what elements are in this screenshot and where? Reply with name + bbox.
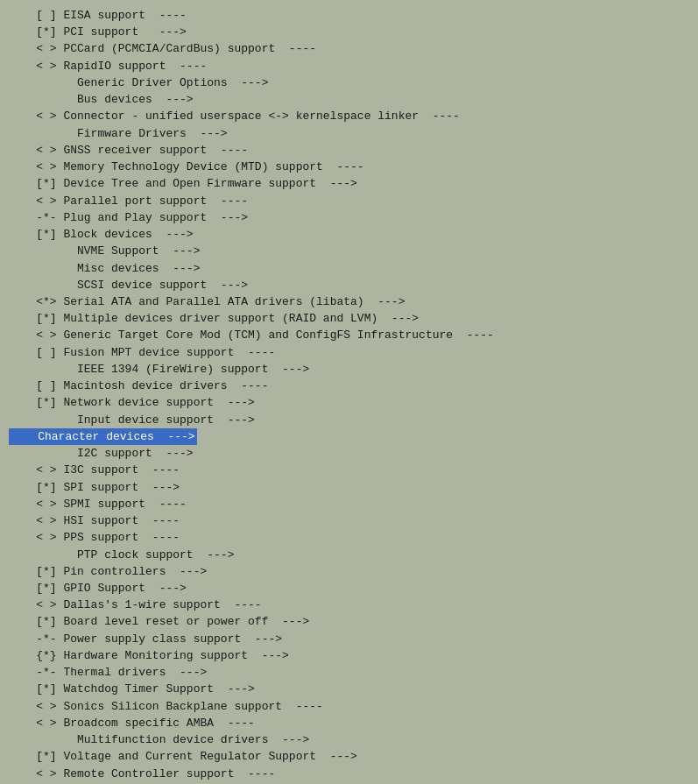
menu-item-text: [*] Multiple devices driver support (RAI… xyxy=(9,312,419,325)
menu-item-text: [*] Voltage and Current Regulator Suppor… xyxy=(9,750,357,763)
menu-item-text: [ ] EISA support ---- xyxy=(9,9,187,22)
menu-item-text: -*- Thermal drivers ---> xyxy=(9,666,207,679)
menu-item-text: < > Memory Technology Device (MTD) suppo… xyxy=(9,160,364,173)
menu-item-text: [*] Block devices ---> xyxy=(9,228,194,241)
list-item: < > Parallel port support ---- xyxy=(9,193,689,209)
menu-item-text: Multifunction device drivers ---> xyxy=(9,733,309,746)
menu-item-text: < > Broadcom specific AMBA ---- xyxy=(9,717,255,730)
list-item: NVME Support ---> xyxy=(9,243,689,259)
menu-item-text: < > Dallas's 1-wire support ---- xyxy=(9,598,262,611)
list-item: Input device support ---> xyxy=(9,412,689,428)
list-item: < > Memory Technology Device (MTD) suppo… xyxy=(9,159,689,175)
list-item: < > Dallas's 1-wire support ---- xyxy=(9,597,689,613)
list-item: [*] Board level reset or power off ---> xyxy=(9,613,689,630)
list-item: [*] Multiple devices driver support (RAI… xyxy=(9,310,689,327)
list-item: [*] Network device support ---> xyxy=(9,394,689,411)
menu-item-text: < > Sonics Silicon Backplane support ---… xyxy=(9,700,323,713)
menu-item-text: Bus devices ---> xyxy=(9,93,194,106)
menu-item-text: -*- Plug and Play support ---> xyxy=(9,211,248,224)
list-item: [ ] Fusion MPT device support ---- xyxy=(9,344,689,361)
menu-item-text: < > Parallel port support ---- xyxy=(9,194,248,208)
list-item: {*} Hardware Monitoring support ---> xyxy=(9,647,689,664)
menu-item-text: [*] Network device support ---> xyxy=(9,396,255,409)
list-item: -*- Power supply class support ---> xyxy=(9,631,689,647)
menu-item-text: < > PPS support ---- xyxy=(9,531,180,544)
menu-item-text: [*] Watchdog Timer Support ---> xyxy=(9,682,255,696)
list-item: < > I3C support ---- xyxy=(9,462,689,478)
list-item: PTP clock support ---> xyxy=(9,547,689,563)
list-item: < > HSI support ---- xyxy=(9,512,689,529)
list-item: [ ] Macintosh device drivers ---- xyxy=(9,378,689,394)
list-item: < > Remote Controller support ---- xyxy=(9,766,689,782)
menu-item-text: Generic Driver Options ---> xyxy=(9,76,268,89)
list-item: [*] PCI support ---> xyxy=(9,24,689,40)
menu-item-text: I2C support ---> xyxy=(9,447,194,460)
list-item: [*] Device Tree and Open Firmware suppor… xyxy=(9,175,689,192)
menu-item-text: < > RapidIO support ---- xyxy=(9,60,207,73)
list-item: [*] Block devices ---> xyxy=(9,226,689,243)
list-item: SCSI device support ---> xyxy=(9,277,689,293)
list-item: -*- Thermal drivers ---> xyxy=(9,664,689,681)
menu-item-text: [*] Device Tree and Open Firmware suppor… xyxy=(9,177,357,190)
list-item: [*] SPI support ---> xyxy=(9,479,689,496)
menu-item-text: < > Connector - unified userspace <-> ke… xyxy=(9,109,460,123)
list-item: Bus devices ---> xyxy=(9,91,689,108)
highlighted-menu-item[interactable]: Character devices ---> xyxy=(9,428,197,445)
menu-item-text: -*- Power supply class support ---> xyxy=(9,632,282,646)
list-item: < > GNSS receiver support ---- xyxy=(9,142,689,159)
list-item: < > PPS support ---- xyxy=(9,529,689,546)
list-item: < > Generic Target Core Mod (TCM) and Co… xyxy=(9,327,689,343)
list-item[interactable]: Character devices ---> xyxy=(9,428,689,445)
menu-item-text: [*] SPI support ---> xyxy=(9,481,180,494)
menu-item-text: [ ] Macintosh device drivers ---- xyxy=(9,379,268,392)
menu-item-text: < > GNSS receiver support ---- xyxy=(9,144,248,157)
menu-item-text: NVME Support ---> xyxy=(9,244,200,258)
menu-list: [ ] EISA support ---- [*] PCI support --… xyxy=(9,7,689,784)
menu-item-text: < > HSI support ---- xyxy=(9,514,180,527)
list-item: -*- Plug and Play support ---> xyxy=(9,209,689,226)
list-item: Multifunction device drivers ---> xyxy=(9,731,689,748)
menu-item-text: < > SPMI support ---- xyxy=(9,498,187,511)
menu-item-text: < > Generic Target Core Mod (TCM) and Co… xyxy=(9,328,494,342)
menu-item-text: [*] GPIO Support ---> xyxy=(9,582,187,595)
menu-item-text: [*] Board level reset or power off ---> xyxy=(9,615,309,628)
list-item: Misc devices ---> xyxy=(9,260,689,277)
menu-item-text: < > Remote Controller support ---- xyxy=(9,767,275,780)
menu-item-text: Misc devices ---> xyxy=(9,262,200,275)
list-item: < > RapidIO support ---- xyxy=(9,58,689,74)
list-item: IEEE 1394 (FireWire) support ---> xyxy=(9,361,689,378)
menu-item-text: [ ] Fusion MPT device support ---- xyxy=(9,346,275,359)
menu-item-text: {*} Hardware Monitoring support ---> xyxy=(9,649,289,662)
list-item: [*] GPIO Support ---> xyxy=(9,580,689,597)
list-item: Generic Driver Options ---> xyxy=(9,74,689,91)
menu-item-text: Input device support ---> xyxy=(9,413,255,427)
menu-item-text: PTP clock support ---> xyxy=(9,548,234,562)
terminal-window: [ ] EISA support ---- [*] PCI support --… xyxy=(0,0,698,784)
list-item: < > Sonics Silicon Backplane support ---… xyxy=(9,698,689,715)
list-item: < > Broadcom specific AMBA ---- xyxy=(9,715,689,731)
menu-item-text: SCSI device support ---> xyxy=(9,279,248,292)
list-item: [ ] EISA support ---- xyxy=(9,7,689,24)
list-item: <*> Serial ATA and Parallel ATA drivers … xyxy=(9,293,689,310)
list-item: I2C support ---> xyxy=(9,445,689,462)
menu-item-text: <*> Serial ATA and Parallel ATA drivers … xyxy=(9,295,405,308)
menu-item-text: < > I3C support ---- xyxy=(9,463,180,477)
menu-item-text: IEEE 1394 (FireWire) support ---> xyxy=(9,363,309,376)
list-item: [*] Watchdog Timer Support ---> xyxy=(9,681,689,697)
menu-item-text: < > PCCard (PCMCIA/CardBus) support ---- xyxy=(9,42,316,55)
list-item: < > PCCard (PCMCIA/CardBus) support ---- xyxy=(9,40,689,57)
menu-item-text: [*] PCI support ---> xyxy=(9,25,187,39)
menu-item-text: [*] Pin controllers ---> xyxy=(9,565,207,578)
list-item: [*] Pin controllers ---> xyxy=(9,563,689,580)
list-item: < > Connector - unified userspace <-> ke… xyxy=(9,108,689,124)
list-item: [*] Voltage and Current Regulator Suppor… xyxy=(9,748,689,765)
list-item: < > SPMI support ---- xyxy=(9,496,689,512)
list-item: Firmware Drivers ---> xyxy=(9,125,689,142)
menu-item-text: Firmware Drivers ---> xyxy=(9,127,228,140)
